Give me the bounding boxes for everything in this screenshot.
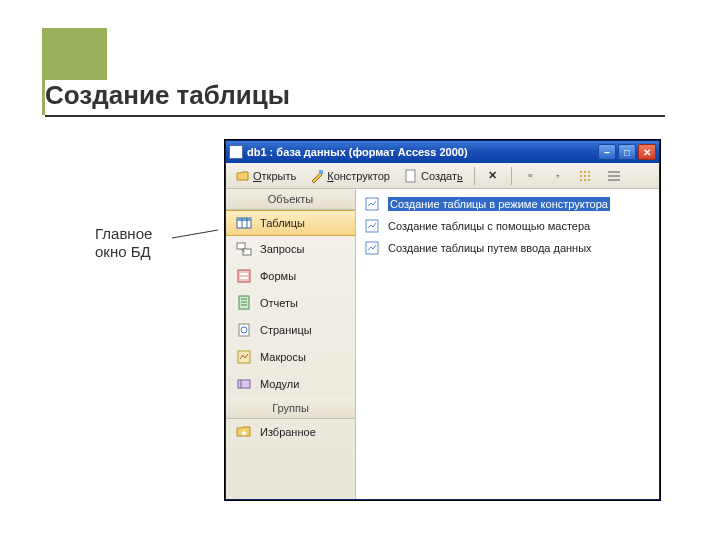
svg-rect-5 bbox=[580, 179, 582, 181]
page-icon bbox=[236, 322, 252, 338]
sidebar-item-pages[interactable]: Страницы bbox=[226, 317, 355, 344]
create-label: Создать bbox=[421, 170, 463, 182]
view-details-button[interactable] bbox=[601, 166, 627, 186]
sidebar-item-label: Страницы bbox=[260, 324, 312, 336]
list-item-create-designer[interactable]: Создание таблицы в режиме конструктора bbox=[356, 193, 659, 215]
delete-button[interactable]: ✕ bbox=[480, 166, 506, 186]
wizard-icon bbox=[364, 218, 380, 234]
minimize-button[interactable]: – bbox=[598, 144, 616, 160]
titlebar[interactable]: db1 : база данных (формат Access 2000) –… bbox=[226, 141, 659, 163]
annotation-arrow bbox=[172, 228, 220, 240]
svg-rect-24 bbox=[240, 277, 248, 279]
list-item-label: Создание таблицы в режиме конструктора bbox=[388, 197, 610, 211]
view-list-button[interactable] bbox=[573, 166, 599, 186]
separator bbox=[511, 167, 512, 185]
design-button[interactable]: Конструктор bbox=[304, 166, 396, 186]
sidebar-item-label: Формы bbox=[260, 270, 296, 282]
sidebar-item-label: Таблицы bbox=[260, 217, 305, 229]
svg-rect-6 bbox=[584, 171, 586, 173]
open-label: Открыть bbox=[253, 170, 296, 182]
sidebar-item-favorites[interactable]: Избранное bbox=[226, 419, 355, 446]
sidebar-item-modules[interactable]: Модули bbox=[226, 371, 355, 398]
window-title: db1 : база данных (формат Access 2000) bbox=[247, 146, 594, 158]
maximize-button[interactable]: □ bbox=[618, 144, 636, 160]
sidebar-item-label: Избранное bbox=[260, 426, 316, 438]
sidebar-item-label: Модули bbox=[260, 378, 299, 390]
view-small-button[interactable]: ▫▫ bbox=[517, 166, 543, 186]
wizard-icon bbox=[364, 196, 380, 212]
favorites-icon bbox=[236, 424, 252, 440]
content-pane: Создание таблицы в режиме конструктора С… bbox=[356, 189, 659, 499]
client-area: Объекты Таблицы Запросы Формы Отчеты Стр… bbox=[226, 189, 659, 499]
database-window: db1 : база данных (формат Access 2000) –… bbox=[225, 140, 660, 500]
open-icon bbox=[236, 169, 250, 183]
view-large-button[interactable]: ▫ bbox=[545, 166, 571, 186]
wizard-icon bbox=[364, 240, 380, 256]
design-icon bbox=[310, 169, 324, 183]
table-icon bbox=[236, 215, 252, 231]
svg-rect-8 bbox=[584, 179, 586, 181]
small-icons-icon: ▫▫ bbox=[523, 169, 537, 183]
svg-rect-32 bbox=[238, 380, 250, 388]
sidebar-item-queries[interactable]: Запросы bbox=[226, 236, 355, 263]
svg-rect-22 bbox=[238, 270, 250, 282]
module-icon bbox=[236, 376, 252, 392]
svg-rect-7 bbox=[584, 175, 586, 177]
annotation-label: Главное окно БД bbox=[95, 225, 152, 261]
svg-line-0 bbox=[172, 230, 218, 238]
design-label: Конструктор bbox=[327, 170, 390, 182]
details-icon bbox=[607, 169, 621, 183]
list-item-create-wizard[interactable]: Создание таблицы с помощью мастера bbox=[356, 215, 659, 237]
list-item-create-entry[interactable]: Создание таблицы путем ввода данных bbox=[356, 237, 659, 259]
sidebar: Объекты Таблицы Запросы Формы Отчеты Стр… bbox=[226, 189, 356, 499]
svg-rect-11 bbox=[588, 179, 590, 181]
svg-rect-9 bbox=[588, 171, 590, 173]
list-item-label: Создание таблицы путем ввода данных bbox=[388, 242, 592, 254]
svg-rect-2 bbox=[406, 170, 415, 182]
toolbar: Открыть Конструктор Создать ✕ ▫▫ ▫ bbox=[226, 163, 659, 189]
app-icon bbox=[229, 145, 243, 159]
svg-rect-23 bbox=[240, 273, 248, 275]
sidebar-item-tables[interactable]: Таблицы bbox=[226, 210, 355, 236]
sidebar-header-objects[interactable]: Объекты bbox=[226, 189, 355, 210]
sidebar-item-reports[interactable]: Отчеты bbox=[226, 290, 355, 317]
svg-rect-3 bbox=[580, 171, 582, 173]
sidebar-header-groups[interactable]: Группы bbox=[226, 398, 355, 419]
open-button[interactable]: Открыть bbox=[230, 166, 302, 186]
svg-rect-19 bbox=[237, 243, 245, 249]
sidebar-item-label: Отчеты bbox=[260, 297, 298, 309]
macro-icon bbox=[236, 349, 252, 365]
close-button[interactable]: ✕ bbox=[638, 144, 656, 160]
svg-rect-4 bbox=[580, 175, 582, 177]
sidebar-item-label: Запросы bbox=[260, 243, 304, 255]
sidebar-item-macros[interactable]: Макросы bbox=[226, 344, 355, 371]
svg-rect-1 bbox=[319, 170, 323, 174]
new-icon bbox=[404, 169, 418, 183]
large-icons-icon: ▫ bbox=[551, 169, 565, 183]
list-item-label: Создание таблицы с помощью мастера bbox=[388, 220, 590, 232]
report-icon bbox=[236, 295, 252, 311]
form-icon bbox=[236, 268, 252, 284]
sidebar-item-label: Макросы bbox=[260, 351, 306, 363]
list-icon bbox=[579, 169, 593, 183]
svg-rect-10 bbox=[588, 175, 590, 177]
svg-rect-16 bbox=[237, 218, 251, 221]
sidebar-item-forms[interactable]: Формы bbox=[226, 263, 355, 290]
delete-icon: ✕ bbox=[486, 169, 500, 183]
query-icon bbox=[236, 241, 252, 257]
separator bbox=[474, 167, 475, 185]
slide-title: Создание таблицы bbox=[45, 80, 665, 117]
create-button[interactable]: Создать bbox=[398, 166, 469, 186]
